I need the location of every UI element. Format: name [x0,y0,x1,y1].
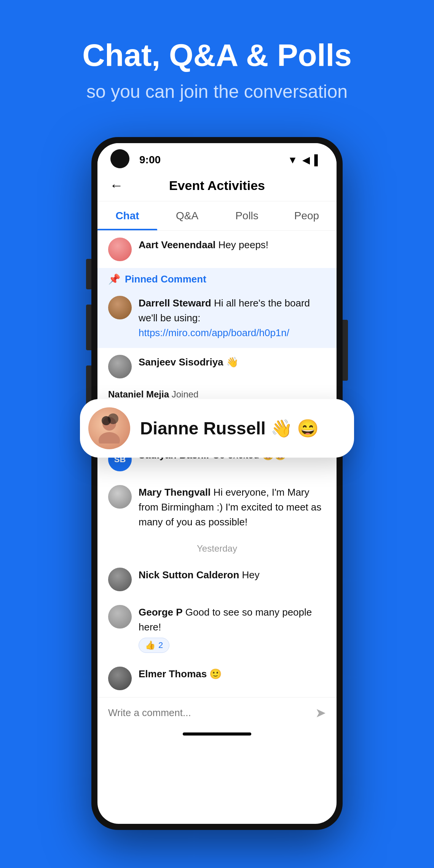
floating-name-emoji: 👋 😄 [271,418,319,438]
signal-icon: ◀ [302,154,310,166]
sender-name: Darrell Steward [139,297,211,309]
pinned-label: Pinned Comment [125,273,206,285]
floating-name: Dianne Russell 👋 😄 [140,418,319,439]
sender-name: George P [139,606,183,618]
message-link[interactable]: https://miro.com/app/board/h0p1n/ [139,327,289,338]
phone-frame: 9:00 ▼ ◀ ▌ ← Event Activities Chat Q&A P… [91,137,343,830]
day-separator: Yesterday [97,536,337,561]
header-title: Event Activities [131,178,303,193]
pin-icon: 📌 [108,273,120,285]
avatar [108,238,132,261]
battery-icon: ▌ [314,154,321,166]
chat-input-area: ➤ [97,697,337,728]
tab-polls[interactable]: Polls [217,201,277,230]
message-text: Elmer Thomas 🙂 [139,667,326,681]
avatar [108,485,132,509]
floating-user-card: Dianne Russell 👋 😄 [80,399,354,458]
pinned-message: Darrell Steward Hi all here's the board … [97,290,337,348]
chat-input[interactable] [108,707,309,719]
tab-people[interactable]: Peop [277,201,337,230]
chat-message: Nick Sutton Calderon Hey [97,561,337,598]
hero-subtitle: so you can join the conversation [0,80,434,104]
status-time: 9:00 [139,154,161,166]
avatar [108,355,132,378]
tab-qa[interactable]: Q&A [157,201,217,230]
message-text: Darrell Steward Hi all here's the board … [139,296,326,340]
volume-down-button [86,305,91,350]
message-content: George P Good to see so many people here… [139,605,326,653]
sender-name: Mary Thengvall [139,487,211,498]
avatar-svg [94,413,124,444]
pinned-banner: 📌 Pinned Comment [97,268,337,290]
home-indicator-area [97,732,337,745]
phone-screen: 9:00 ▼ ◀ ▌ ← Event Activities Chat Q&A P… [97,143,337,824]
power-button [343,320,348,381]
chat-message: George P Good to see so many people here… [97,598,337,660]
sender-name: Aart Veenendaal [139,239,215,251]
like-count: 2 [158,640,163,650]
svg-point-1 [99,432,120,444]
back-button[interactable]: ← [110,177,123,193]
message-text: Nick Sutton Calderon Hey [139,568,326,582]
sender-name: Nick Sutton Calderon [139,569,239,581]
volume-up-button [86,259,91,289]
chat-message: Sanjeev Sisodriya 👋 [97,348,337,385]
sender-name: Sanjeev Sisodriya [139,356,223,368]
message-text: Mary Thengvall Hi everyone, I'm Mary fro… [139,485,326,530]
floating-avatar [88,407,130,449]
hero-section: Chat, Q&A & Polls so you can join the co… [0,0,434,127]
floating-name-text: Dianne Russell [140,418,266,438]
tab-chat[interactable]: Chat [97,201,157,230]
chat-message: Mary Thengvall Hi everyone, I'm Mary fro… [97,478,337,536]
chat-message: Elmer Thomas 🙂 [97,660,337,697]
message-text: George P Good to see so many people here… [139,605,326,635]
sender-name: Elmer Thomas [139,668,207,680]
avatar [108,296,132,319]
avatar [108,605,132,629]
svg-point-3 [108,413,118,424]
chat-message: Aart Veenendaal Hey peeps! [97,231,337,268]
chat-content: Aart Veenendaal Hey peeps! 📌 Pinned Comm… [97,231,337,697]
status-bar: 9:00 ▼ ◀ ▌ [97,143,337,170]
home-indicator [183,732,251,736]
camera-notch [110,149,129,168]
avatar [108,568,132,591]
message-text: Sanjeev Sisodriya 👋 [139,355,326,370]
message-text: Aart Veenendaal Hey peeps! [139,238,326,252]
phone-mockup: 9:00 ▼ ◀ ▌ ← Event Activities Chat Q&A P… [91,137,343,830]
app-header: ← Event Activities [97,170,337,201]
status-icons: ▼ ◀ ▌ [288,154,321,166]
like-icon: 👍 [145,640,155,650]
send-button[interactable]: ➤ [315,705,326,720]
hero-title: Chat, Q&A & Polls [0,38,434,72]
tab-bar: Chat Q&A Polls Peop [97,201,337,231]
wifi-icon: ▼ [288,154,298,166]
joined-user-name: Nataniel Mejia [108,389,169,399]
avatar [108,667,132,690]
like-badge[interactable]: 👍 2 [139,638,169,653]
